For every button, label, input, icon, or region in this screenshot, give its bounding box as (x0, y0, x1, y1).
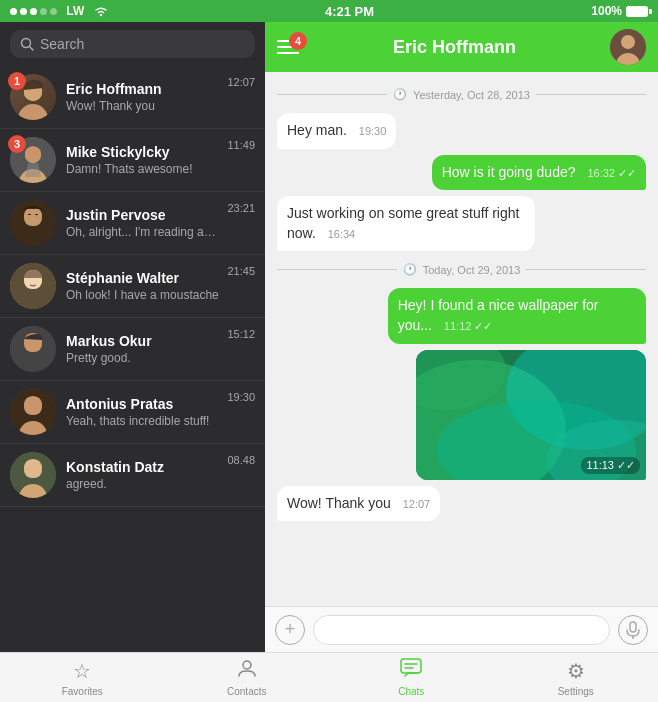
badge-2: 3 (8, 135, 26, 153)
date-divider-1: 🕐 Yesterday, Oct 28, 2013 (277, 88, 646, 101)
nav-item-settings[interactable]: ⚙ Settings (494, 653, 659, 702)
main-content: Search 1 (0, 22, 658, 652)
svg-rect-31 (630, 622, 636, 632)
message-row-5: 11:13 ✓✓ (277, 350, 646, 480)
avatar-3 (10, 200, 56, 246)
chat-list: 1 Eric Hoffmann Wow! Thank you 12:07 (0, 66, 265, 652)
chat-item-6[interactable]: Antonius Pratas Yeah, thats incredible s… (0, 381, 265, 444)
bubble-2: How is it going dude? 16:32 ✓✓ (432, 155, 646, 191)
avatar-6 (10, 389, 56, 435)
right-panel: 4 Eric Hoffmann 🕐 Yesterday, Oct 28, 201… (265, 22, 658, 652)
chat-preview-4: Oh look! I have a moustache (66, 288, 221, 302)
image-checks: ✓✓ (617, 459, 635, 471)
chat-item-2[interactable]: 3 Mike Stickylcky Damn! Thats awesome! 1… (0, 129, 265, 192)
bubble-time-2: 16:32 ✓✓ (587, 167, 636, 179)
badge-1: 1 (8, 72, 26, 90)
bubble-text-6: Wow! Thank you (287, 495, 391, 511)
chat-name-1: Eric Hoffmann (66, 81, 221, 97)
bubble-1: Hey man. 19:30 (277, 113, 396, 149)
svg-rect-11 (35, 214, 38, 215)
battery-icon (626, 6, 648, 17)
avatar-5 (10, 326, 56, 372)
chat-preview-7: agreed. (66, 477, 221, 491)
favorites-label: Favorites (62, 686, 103, 697)
svg-point-23 (621, 35, 635, 49)
nav-item-contacts[interactable]: Contacts (165, 653, 330, 702)
avatar-wrapper-4 (10, 263, 56, 309)
avatar-img-4 (10, 263, 56, 309)
bubble-text-3: Just working on some great stuff right n… (287, 205, 519, 241)
chat-item-5[interactable]: Markus Okur Pretty good. 15:12 (0, 318, 265, 381)
chat-item-4[interactable]: Stéphanie Walter Oh look! I have a moust… (0, 255, 265, 318)
chat-preview-1: Wow! Thank you (66, 99, 221, 113)
chats-icon (400, 658, 422, 683)
signal-dot-3 (30, 8, 37, 15)
chat-info-6: Antonius Pratas Yeah, thats incredible s… (66, 396, 221, 428)
header-notification-badge: 4 (289, 32, 307, 50)
svg-rect-10 (28, 214, 31, 215)
chat-name-2: Mike Stickylcky (66, 144, 221, 160)
chat-info-4: Stéphanie Walter Oh look! I have a moust… (66, 270, 221, 302)
avatar-wrapper-3 (10, 200, 56, 246)
avatar-4 (10, 263, 56, 309)
settings-icon: ⚙ (567, 659, 585, 683)
carrier-label: LW (66, 4, 84, 18)
battery-fill (627, 7, 647, 16)
signal-dot-5 (50, 8, 57, 15)
nav-item-favorites[interactable]: ☆ Favorites (0, 653, 165, 702)
battery-percent: 100% (591, 4, 622, 18)
messages-area: 🕐 Yesterday, Oct 28, 2013 Hey man. 19:30… (265, 72, 658, 606)
chat-name-5: Markus Okur (66, 333, 221, 349)
chat-info-7: Konstatin Datz agreed. (66, 459, 221, 491)
message-row-6: Wow! Thank you 12:07 (277, 486, 646, 522)
image-time: 11:13 (586, 459, 614, 471)
chat-info-3: Justin Pervose Oh, alright... I'm readin… (66, 207, 221, 239)
svg-line-1 (30, 47, 34, 51)
chat-item-1[interactable]: 1 Eric Hoffmann Wow! Thank you 12:07 (0, 66, 265, 129)
message-input[interactable] (313, 615, 610, 645)
chat-item-7[interactable]: Konstatin Datz agreed. 08.48 (0, 444, 265, 507)
battery-area: 100% (591, 4, 648, 18)
chat-item-3[interactable]: Justin Pervose Oh, alright... I'm readin… (0, 192, 265, 255)
avatar-wrapper-1: 1 (10, 74, 56, 120)
add-button[interactable]: + (275, 615, 305, 645)
chats-label: Chats (398, 686, 424, 697)
chat-info-5: Markus Okur Pretty good. (66, 333, 221, 365)
avatar-img-6 (10, 389, 56, 435)
chat-name-4: Stéphanie Walter (66, 270, 221, 286)
mic-icon (626, 621, 640, 639)
chats-svg (400, 658, 422, 678)
contacts-icon (237, 658, 257, 683)
mic-button[interactable] (618, 615, 648, 645)
wifi-icon (94, 5, 108, 17)
header-avatar[interactable] (610, 29, 646, 65)
search-icon (20, 37, 34, 51)
chat-time-1: 12:07 (227, 76, 255, 88)
date-label-2: Today, Oct 29, 2013 (423, 264, 521, 276)
contacts-svg (237, 658, 257, 678)
signal-dot-4 (40, 8, 47, 15)
svg-point-33 (243, 661, 251, 669)
image-placeholder: 11:13 ✓✓ (416, 350, 646, 480)
avatar-img-7 (10, 452, 56, 498)
bubble-time-6: 12:07 (403, 498, 431, 510)
bubble-3: Just working on some great stuff right n… (277, 196, 535, 251)
bubble-text-2: How is it going dude? (442, 164, 576, 180)
chat-header: 4 Eric Hoffmann (265, 22, 658, 72)
svg-point-3 (18, 104, 48, 120)
search-wrapper[interactable]: Search (10, 30, 255, 58)
date-divider-2: 🕐 Today, Oct 29, 2013 (277, 263, 646, 276)
clock-icon-2: 🕐 (403, 263, 417, 276)
bubble-4: Hey! I found a nice wallpaper for you...… (388, 288, 646, 343)
avatar-wrapper-7 (10, 452, 56, 498)
status-time: 4:21 PM (325, 4, 374, 19)
nav-item-chats[interactable]: Chats (329, 653, 494, 702)
image-bubble[interactable]: 11:13 ✓✓ (416, 350, 646, 480)
chat-info-2: Mike Stickylcky Damn! Thats awesome! (66, 144, 221, 176)
settings-label: Settings (558, 686, 594, 697)
image-time-tag: 11:13 ✓✓ (581, 457, 640, 474)
checks-2: ✓✓ (618, 167, 636, 179)
avatar-wrapper-2: 3 (10, 137, 56, 183)
chat-time-4: 21:45 (227, 265, 255, 277)
menu-button[interactable]: 4 (277, 40, 299, 54)
